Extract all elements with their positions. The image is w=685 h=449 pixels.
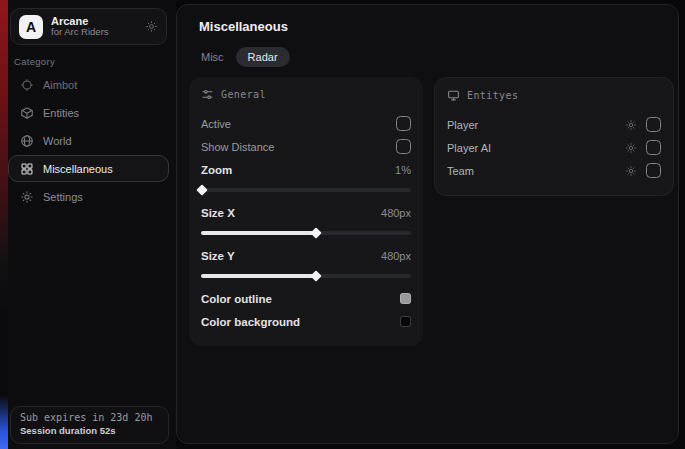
cube-icon [20, 106, 34, 120]
app-meta: Arcane for Arc Riders [51, 15, 145, 39]
slider-row-zoom: Zoom 1% [201, 158, 411, 192]
sidebar-item-label: Miscellaneous [43, 163, 113, 175]
slider-label: Zoom [201, 164, 232, 176]
color-label: Color background [201, 316, 300, 328]
app-subtitle: for Arc Riders [51, 27, 145, 38]
slider-label: Size Y [201, 250, 235, 262]
sidebar-item-label: Settings [43, 191, 83, 203]
entities-card-title: Entityes [467, 90, 518, 101]
slider-value: 480px [381, 207, 411, 219]
entity-controls [625, 140, 661, 155]
entity-controls [625, 163, 661, 178]
sidebar: A Arcane for Arc Riders Category [8, 0, 176, 449]
sidebar-nav: Aimbot Entities World [8, 71, 169, 211]
grid-icon [20, 162, 34, 176]
sub-expiry-text: Sub expires in 23d 20h [20, 412, 159, 423]
tab-radar[interactable]: Radar [236, 47, 290, 67]
team-checkbox[interactable] [646, 163, 661, 178]
sync-icon[interactable] [145, 20, 158, 33]
size-y-slider[interactable] [201, 274, 411, 278]
player-checkbox[interactable] [646, 117, 661, 132]
entities-card: Entityes Player P [434, 77, 674, 196]
slider-value: 480px [381, 250, 411, 262]
toggle-label: Show Distance [201, 141, 274, 153]
tab-misc[interactable]: Misc [191, 47, 234, 67]
active-checkbox[interactable] [396, 116, 411, 131]
category-label: Category [14, 56, 55, 67]
general-card-title: General [221, 89, 266, 100]
page-title: Miscellaneous [199, 19, 288, 34]
slider-header: Zoom 1% [201, 158, 411, 181]
cards-container: General Active Show Distance Zoom 1% [189, 77, 674, 346]
slider-thumb[interactable] [196, 184, 207, 195]
tab-bar: Misc Radar [191, 47, 290, 67]
monitor-icon [447, 89, 460, 102]
app-logo: A [19, 15, 43, 39]
color-background-swatch[interactable] [400, 316, 411, 327]
toggle-row-active: Active [201, 112, 411, 135]
main-panel: Miscellaneous Misc Radar General [176, 4, 679, 444]
color-outline-swatch[interactable] [400, 293, 411, 304]
subscription-card: Sub expires in 23d 20h Session duration … [10, 406, 169, 444]
sidebar-item-entities[interactable]: Entities [8, 99, 169, 126]
general-card-header: General [201, 88, 411, 101]
sidebar-item-world[interactable]: World [8, 127, 169, 154]
zoom-slider[interactable] [201, 188, 411, 192]
crosshair-icon [20, 78, 34, 92]
sidebar-item-label: Aimbot [43, 79, 77, 91]
size-x-slider[interactable] [201, 231, 411, 235]
player-ai-checkbox[interactable] [646, 140, 661, 155]
slider-fill [201, 188, 203, 192]
sidebar-item-settings[interactable]: Settings [8, 183, 169, 210]
entity-row-player-ai: Player AI [447, 136, 661, 159]
entity-row-player: Player [447, 113, 661, 136]
sidebar-item-label: Entities [43, 107, 79, 119]
slider-fill [201, 231, 317, 235]
sidebar-item-aimbot[interactable]: Aimbot [8, 71, 169, 98]
entity-row-team: Team [447, 159, 661, 182]
sidebar-item-miscellaneous[interactable]: Miscellaneous [8, 155, 169, 182]
globe-icon [20, 134, 34, 148]
session-duration-text: Session duration 52s [20, 425, 159, 436]
toggle-label: Active [201, 118, 231, 130]
color-row-background: Color background [201, 310, 411, 333]
color-label: Color outline [201, 293, 272, 305]
slider-thumb[interactable] [310, 270, 321, 281]
team-settings-gear-icon[interactable] [625, 165, 637, 177]
player-settings-gear-icon[interactable] [625, 119, 637, 131]
sidebar-item-label: World [43, 135, 72, 147]
entity-controls [625, 117, 661, 132]
slider-value: 1% [395, 164, 411, 176]
entity-label: Player [447, 119, 478, 131]
slider-header: Size Y 480px [201, 244, 411, 267]
slider-fill [201, 274, 317, 278]
slider-row-size-x: Size X 480px [201, 201, 411, 235]
slider-header: Size X 480px [201, 201, 411, 224]
toggle-row-show-distance: Show Distance [201, 135, 411, 158]
color-row-outline: Color outline [201, 287, 411, 310]
general-card: General Active Show Distance Zoom 1% [189, 77, 423, 346]
show-distance-checkbox[interactable] [396, 139, 411, 154]
slider-row-size-y: Size Y 480px [201, 244, 411, 278]
player-ai-settings-gear-icon[interactable] [625, 142, 637, 154]
gear-icon [20, 190, 34, 204]
slider-label: Size X [201, 207, 235, 219]
entity-label: Player AI [447, 142, 491, 154]
entity-label: Team [447, 165, 474, 177]
entities-card-header: Entityes [447, 89, 661, 102]
slider-thumb[interactable] [310, 227, 321, 238]
app-header-card: A Arcane for Arc Riders [10, 8, 167, 45]
sliders-icon [201, 88, 214, 101]
screen: A Arcane for Arc Riders Category [0, 0, 685, 449]
